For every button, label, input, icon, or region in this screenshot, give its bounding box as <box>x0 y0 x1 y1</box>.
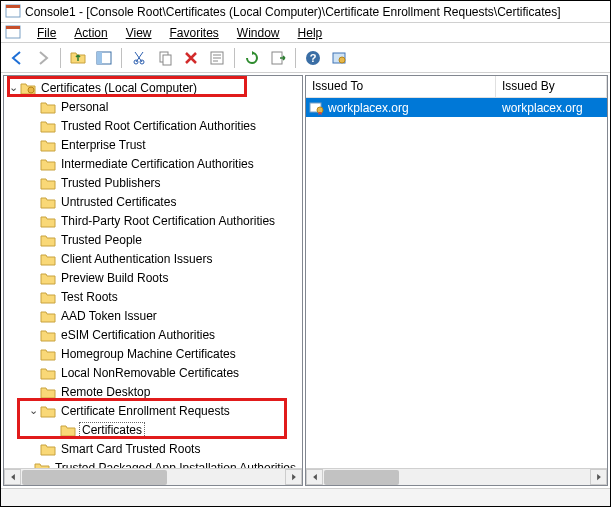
folder-icon <box>40 404 56 418</box>
col-issued-by[interactable]: Issued By <box>496 76 607 98</box>
refresh-button[interactable] <box>240 46 264 70</box>
tree-item-label: Untrusted Certificates <box>59 195 178 209</box>
tree-item-label: Trusted Root Certification Authorities <box>59 119 258 133</box>
certificate-toolbar-button[interactable] <box>327 46 351 70</box>
list-header: Issued To Issued By <box>306 76 607 98</box>
menu-action[interactable]: Action <box>66 25 115 41</box>
tree-item[interactable]: AAD Token Issuer <box>4 306 302 325</box>
certificate-icon <box>309 101 325 115</box>
tree-item[interactable]: Smart Card Trusted Roots <box>4 439 302 458</box>
tree-item[interactable]: ⌄Certificate Enrollment Requests <box>4 401 302 420</box>
tree-item-label: Certificates <box>79 422 145 438</box>
tree-item[interactable]: Enterprise Trust <box>4 135 302 154</box>
menu-view[interactable]: View <box>118 25 160 41</box>
list-h-scrollbar[interactable] <box>306 468 607 485</box>
separator <box>234 48 235 68</box>
folder-icon <box>40 290 56 304</box>
tree-item[interactable]: Local NonRemovable Certificates <box>4 363 302 382</box>
tree-item[interactable]: Remote Desktop <box>4 382 302 401</box>
folder-icon <box>40 385 56 399</box>
tree-item-label: Smart Card Trusted Roots <box>59 442 202 456</box>
status-bar <box>1 488 610 506</box>
scroll-left-icon[interactable] <box>4 469 21 485</box>
folder-icon <box>40 157 56 171</box>
scroll-left-icon[interactable] <box>306 469 323 485</box>
tree-h-scrollbar[interactable] <box>4 468 302 485</box>
toolbar <box>1 43 610 73</box>
mmc-icon <box>5 4 21 20</box>
certificate-store-icon <box>20 81 36 95</box>
tree-item[interactable]: Trusted Publishers <box>4 173 302 192</box>
forward-button[interactable] <box>31 46 55 70</box>
tree-item-label: Remote Desktop <box>59 385 152 399</box>
folder-icon <box>40 442 56 456</box>
tree-item[interactable]: Trusted People <box>4 230 302 249</box>
tree-item-label: Certificate Enrollment Requests <box>59 404 232 418</box>
tree-item-label: Trusted Publishers <box>59 176 163 190</box>
mmc-window: Console1 - [Console Root\Certificates (L… <box>0 0 611 507</box>
menu-file[interactable]: File <box>29 25 64 41</box>
folder-icon <box>40 271 56 285</box>
folder-icon <box>40 309 56 323</box>
copy-button[interactable] <box>153 46 177 70</box>
separator <box>60 48 61 68</box>
tree-item-label: Preview Build Roots <box>59 271 170 285</box>
folder-icon <box>40 100 56 114</box>
cell-issued-by: workplacex.org <box>496 101 607 115</box>
tree-item-label: Local NonRemovable Certificates <box>59 366 241 380</box>
menu-window[interactable]: Window <box>229 25 288 41</box>
cell-issued-to: workplacex.org <box>328 101 409 115</box>
scroll-right-icon[interactable] <box>590 469 607 485</box>
tree-item[interactable]: eSIM Certification Authorities <box>4 325 302 344</box>
folder-icon <box>60 423 76 437</box>
list-body[interactable]: workplacex.orgworkplacex.org <box>306 98 607 485</box>
scroll-right-icon[interactable] <box>285 469 302 485</box>
folder-icon <box>40 138 56 152</box>
back-button[interactable] <box>5 46 29 70</box>
tree-root[interactable]: ⌄ Certificates (Local Computer) <box>4 78 302 97</box>
tree-item[interactable]: Trusted Root Certification Authorities <box>4 116 302 135</box>
show-hide-tree-button[interactable] <box>92 46 116 70</box>
separator <box>295 48 296 68</box>
tree-item-label: AAD Token Issuer <box>59 309 159 323</box>
folder-icon <box>40 176 56 190</box>
folder-icon <box>34 461 50 469</box>
expander-icon[interactable]: ⌄ <box>26 404 40 417</box>
tree-item-label: Trusted People <box>59 233 144 247</box>
tree-item[interactable]: Certificates <box>4 420 302 439</box>
tree-item-label: Client Authentication Issuers <box>59 252 214 266</box>
col-issued-to[interactable]: Issued To <box>306 76 496 98</box>
title-bar: Console1 - [Console Root\Certificates (L… <box>1 1 610 23</box>
folder-icon <box>40 347 56 361</box>
tree-item-label: Trusted Packaged App Installation Author… <box>53 461 298 469</box>
cut-button[interactable] <box>127 46 151 70</box>
export-list-button[interactable] <box>266 46 290 70</box>
expander-icon[interactable]: ⌄ <box>6 81 20 94</box>
tree-item-label: Test Roots <box>59 290 120 304</box>
tree-root-label: Certificates (Local Computer) <box>39 81 199 95</box>
properties-button[interactable] <box>205 46 229 70</box>
tree-item[interactable]: Untrusted Certificates <box>4 192 302 211</box>
tree-item[interactable]: Homegroup Machine Certificates <box>4 344 302 363</box>
tree-item[interactable]: Preview Build Roots <box>4 268 302 287</box>
tree-view[interactable]: ⌄ Certificates (Local Computer) Personal… <box>4 76 302 468</box>
list-row[interactable]: workplacex.orgworkplacex.org <box>306 98 607 117</box>
tree-item-label: eSIM Certification Authorities <box>59 328 217 342</box>
tree-item[interactable]: Test Roots <box>4 287 302 306</box>
help-button[interactable] <box>301 46 325 70</box>
folder-icon <box>40 214 56 228</box>
menu-favorites[interactable]: Favorites <box>162 25 227 41</box>
tree-item-label: Third-Party Root Certification Authoriti… <box>59 214 277 228</box>
tree-item[interactable]: Third-Party Root Certification Authoriti… <box>4 211 302 230</box>
delete-button[interactable] <box>179 46 203 70</box>
tree-item[interactable]: Trusted Packaged App Installation Author… <box>4 458 302 468</box>
window-title: Console1 - [Console Root\Certificates (L… <box>25 5 561 19</box>
tree-item[interactable]: Intermediate Certification Authorities <box>4 154 302 173</box>
list-pane: Issued To Issued By workplacex.orgworkpl… <box>305 75 608 486</box>
menu-bar: File Action View Favorites Window Help <box>1 23 610 43</box>
up-one-level-button[interactable] <box>66 46 90 70</box>
tree-item[interactable]: Client Authentication Issuers <box>4 249 302 268</box>
menu-help[interactable]: Help <box>290 25 331 41</box>
separator <box>121 48 122 68</box>
tree-item[interactable]: Personal <box>4 97 302 116</box>
